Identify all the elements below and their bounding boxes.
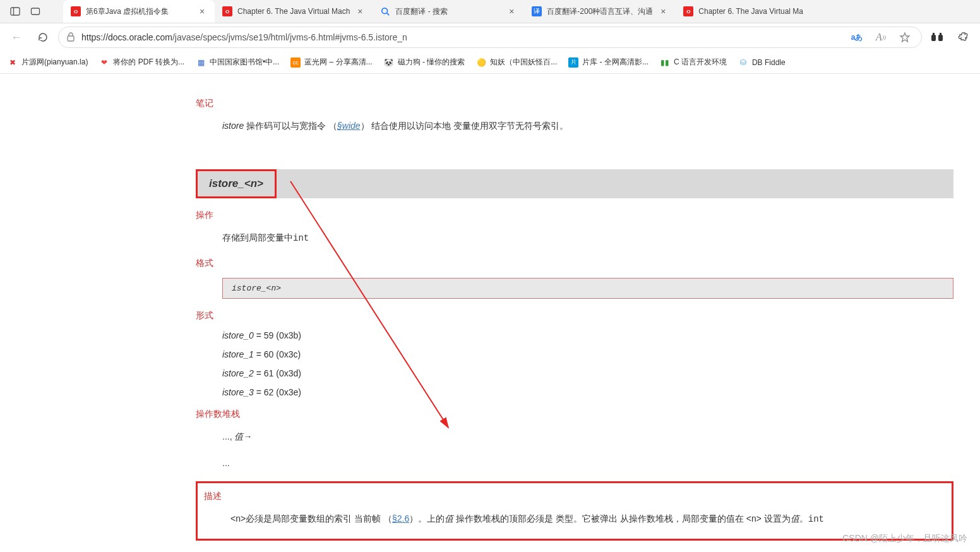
tab-overview-icon[interactable] [25,3,45,20]
url-text: https://docs.oracle.com/javase/specs/jvm… [81,32,842,42]
frame-link[interactable]: §2.6 [392,513,409,524]
tab-title: Chapter 6. The Java Virtual Mach [237,7,350,16]
close-icon[interactable]: × [506,6,517,16]
bookmark-pdf[interactable]: ❤将你的 PDF 转换为... [99,57,184,68]
read-aloud-icon[interactable]: A)) [872,28,890,46]
extension-icon[interactable] [926,26,948,49]
site-icon: ▦ [196,57,206,68]
site-icon: ✖ [8,57,18,68]
oracle-icon: O [71,6,81,16]
svg-rect-2 [32,8,40,15]
operation-text: 存储到局部变量中int [222,230,953,246]
svg-line-4 [387,13,390,16]
bookmark-pianyuan[interactable]: ✖片源网(pianyuan.la) [8,57,88,68]
extensions-menu-icon[interactable] [952,26,975,49]
tab-title: 百度翻译 - 搜索 [395,6,501,17]
tab-0[interactable]: O 第6章Java 虚拟机指令集 × [63,0,215,23]
description-box: 描述 <n>必须是局部变量数组的索引 当前帧 （§2.6）。上的值 操作数堆栈的… [196,481,953,541]
url-input[interactable]: https://docs.oracle.com/javase/specs/jvm… [58,27,922,48]
oracle-icon: O [222,6,232,16]
svg-point-3 [382,8,388,14]
site-info-icon[interactable] [66,32,75,44]
section-forms: 形式 [196,310,953,321]
bookmark-zhiyao[interactable]: 🟡知妖（中国妖怪百... [476,57,557,68]
translate-icon: 译 [532,6,542,16]
site-icon: cc [290,57,301,68]
bookmark-cili[interactable]: 🐼磁力狗 - 懂你的搜索 [384,57,465,68]
svg-rect-7 [938,35,943,41]
section-stack: 操作数堆栈 [196,409,953,420]
bookmark-clang[interactable]: ▮▮C 语言开发环境 [660,57,727,68]
address-bar: ← https://docs.oracle.com/javase/specs/j… [0,23,980,51]
site-icon: ▮▮ [660,57,670,68]
tab-2[interactable]: 百度翻译 - 搜索 × [373,0,524,23]
svg-rect-8 [933,33,935,35]
instruction-header: istore_<n> [196,169,277,198]
site-icon: 🟡 [476,57,486,68]
panda-icon: 🐼 [384,57,394,68]
site-icon: 片 [568,57,578,68]
tab-title: 第6章Java 虚拟机指令集 [86,6,192,17]
back-button[interactable]: ← [5,26,28,49]
search-icon [380,6,390,16]
translate-icon[interactable]: aあ [848,28,866,46]
page-content: 笔记 istore istore 操作码可以与宽指令 （ 操作码可以与宽指令 （… [0,74,980,552]
sidebar-toggle-icon[interactable] [5,3,25,20]
section-description: 描述 [204,491,945,502]
tab-3[interactable]: 译 百度翻译-200种语言互译、沟通 × [524,0,676,23]
refresh-button[interactable] [32,26,54,49]
tab-4[interactable]: O Chapter 6. The Java Virtual Ma [676,0,811,23]
description-text: <n>必须是局部变量数组的索引 当前帧 （§2.6）。上的值 操作数堆栈的顶部必… [230,511,945,527]
close-icon[interactable]: × [658,6,668,16]
close-icon[interactable]: × [197,6,207,16]
svg-rect-0 [11,8,20,15]
tabs-bar: O 第6章Java 虚拟机指令集 × O Chapter 6. The Java… [0,0,980,23]
bookmark-languang[interactable]: cc蓝光网 – 分享高清... [290,57,372,68]
notes-text: istore istore 操作码可以与宽指令 （ 操作码可以与宽指令 （§wi… [222,118,953,134]
favorite-icon[interactable] [896,28,914,46]
section-notes: 笔记 [196,98,953,109]
bookmark-dbfiddle[interactable]: ⛁DB Fiddle [738,57,786,68]
oracle-icon: O [683,6,693,16]
tab-title: 百度翻译-200种语言互译、沟通 [547,6,653,17]
tab-title: Chapter 6. The Java Virtual Ma [698,7,803,16]
wide-link[interactable]: §wide [337,121,361,131]
stack-line1: ..., 值→ [222,429,953,445]
browser-chrome: O 第6章Java 虚拟机指令集 × O Chapter 6. The Java… [0,0,980,23]
svg-rect-6 [931,35,936,41]
svg-rect-9 [940,33,941,35]
bookmark-pianku[interactable]: 片片库 - 全网高清影... [568,57,648,68]
svg-rect-5 [68,36,74,41]
section-operation: 操作 [196,210,953,221]
bookmark-nlc[interactable]: ▦中国国家图书馆•中... [196,57,279,68]
format-box: istore_<n> [222,278,953,299]
stack-line2: ... [222,455,953,471]
watermark: CSDN @陌上少年，且听这风吟 [842,533,967,544]
close-icon[interactable]: × [355,6,365,16]
heart-icon: ❤ [99,57,109,68]
bookmarks-bar: ✖片源网(pianyuan.la) ❤将你的 PDF 转换为... ▦中国国家图… [0,51,980,74]
database-icon: ⛁ [738,57,748,68]
tab-1[interactable]: O Chapter 6. The Java Virtual Mach × [215,0,373,23]
forms-list: istore_0 = 59 (0x3b) istore_1 = 60 (0x3c… [222,330,953,397]
section-format: 格式 [196,258,953,269]
